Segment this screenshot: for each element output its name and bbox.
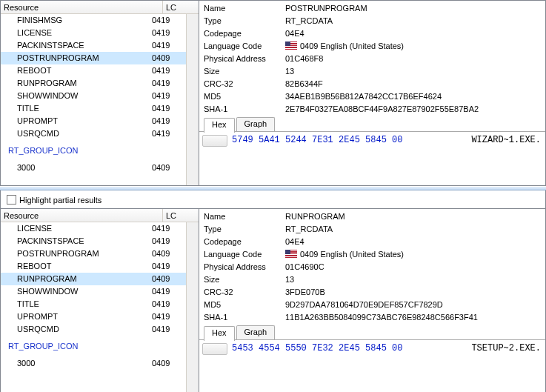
hex-ascii: WIZARD~1.EXE. (471, 135, 545, 147)
tree-row[interactable]: UPROMPT0419 (1, 115, 186, 127)
prop-key: Type (204, 15, 285, 27)
prop-value: RT_RCDATA (285, 223, 545, 236)
resource-tree: Resource LC LICENSE0419 PACKINSTSPACE041… (1, 209, 199, 392)
hex-offset-icon (202, 343, 227, 355)
hex-ascii: TSETUP~2.EXE. (471, 343, 545, 355)
prop-key: Codepage (204, 27, 285, 40)
prop-key: Physical Address (204, 53, 285, 65)
prop-key: MD5 (204, 299, 285, 311)
tree-row[interactable]: SHOWWINDOW0419 (1, 285, 186, 298)
prop-value: 0409 English (United States) (285, 248, 545, 261)
prop-key: SHA-1 (204, 103, 285, 116)
prop-value: 82B6344F (285, 78, 545, 90)
prop-value: 01C4690C (285, 261, 545, 273)
prop-key: Name (204, 210, 285, 223)
prop-key: CRC-32 (204, 286, 285, 299)
prop-key: Language Code (204, 248, 285, 261)
tree-row[interactable]: REBOOT0419 (1, 260, 186, 273)
highlight-checkbox[interactable] (7, 195, 16, 205)
tree-row[interactable]: SHOWWINDOW0419 (1, 90, 186, 102)
tree-header: Resource LC (1, 209, 199, 222)
prop-value: RUNPROGRAM (285, 210, 545, 223)
tab-hex[interactable]: Hex (204, 326, 235, 341)
prop-value: POSTRUNPROGRAM (285, 2, 545, 15)
tree-row[interactable]: TITLE0419 (1, 298, 186, 310)
prop-key: SHA-1 (204, 311, 285, 324)
hex-view[interactable]: 5749 5A41 5244 7E31 2E45 5845 00 WIZARD~… (199, 132, 545, 150)
column-resource[interactable]: Resource (1, 1, 163, 13)
prop-value: 13 (285, 65, 545, 78)
property-table: NamePOSTRUNPROGRAM TypeRT_RCDATA Codepag… (199, 1, 545, 116)
tree-row[interactable]: USRQCMD0419 (1, 323, 186, 336)
tree-row[interactable]: TITLE0419 (1, 102, 186, 115)
column-lc[interactable]: LC (163, 209, 199, 222)
prop-key: Size (204, 273, 285, 286)
details-panel: NamePOSTRUNPROGRAM TypeRT_RCDATA Codepag… (199, 1, 545, 185)
prop-value: 34AEB1B9B56B812A7842CC17B6EF4624 (285, 90, 545, 103)
tree-body[interactable]: FINISHMSG0419 LICENSE0419 PACKINSTSPACE0… (1, 14, 186, 185)
column-resource[interactable]: Resource (1, 209, 163, 222)
tree-row[interactable]: POSTRUNPROGRAM0409 (1, 52, 186, 64)
prop-value: 04E4 (285, 27, 545, 40)
hex-view[interactable]: 5453 4554 5550 7E32 2E45 5845 00 TSETUP~… (199, 340, 545, 358)
tree-scrollbar[interactable] (186, 222, 199, 392)
tree-body[interactable]: LICENSE0419 PACKINSTSPACE0419 POSTRUNPRO… (1, 222, 186, 392)
tree-row[interactable]: PACKINSTSPACE0419 (1, 235, 186, 248)
prop-value: 3FDE070B (285, 286, 545, 299)
tree-row[interactable]: UPROMPT0419 (1, 310, 186, 323)
prop-value: 11B1A263BB5084099C73ABC76E98248C566F3F41 (285, 311, 545, 324)
column-lc[interactable]: LC (163, 1, 199, 13)
tree-row[interactable]: USRQCMD0419 (1, 127, 186, 140)
tab-hex[interactable]: Hex (204, 118, 235, 133)
highlight-label[interactable]: Highlight partial results (19, 196, 101, 205)
prop-key: Size (204, 65, 285, 78)
tree-row[interactable]: 30000409 (1, 357, 186, 370)
highlight-option: Highlight partial results (1, 190, 545, 208)
property-table: NameRUNPROGRAM TypeRT_RCDATA Codepage04E… (199, 209, 545, 324)
resource-pane-bottom: Resource LC LICENSE0419 PACKINSTSPACE041… (0, 208, 546, 392)
prop-key: Physical Address (204, 261, 285, 273)
flag-us-icon (285, 250, 297, 258)
tab-graph[interactable]: Graph (236, 325, 276, 339)
tree-group[interactable]: RT_GROUP_ICON (1, 144, 186, 157)
tree-row[interactable]: REBOOT0419 (1, 64, 186, 77)
tree-row[interactable]: POSTRUNPROGRAM0409 (1, 248, 186, 260)
tree-row[interactable]: FINISHMSG0419 (1, 14, 186, 27)
prop-value: 13 (285, 273, 545, 286)
prop-value: 9D297DAA781064D70E9DEF857CF7829D (285, 299, 545, 311)
resource-pane-top: Resource LC FINISHMSG0419 LICENSE0419 PA… (0, 0, 546, 186)
tabs: Hex Graph (199, 116, 545, 132)
tree-row[interactable]: LICENSE0419 (1, 27, 186, 39)
prop-key: Codepage (204, 236, 285, 248)
prop-value: 04E4 (285, 236, 545, 248)
prop-key: MD5 (204, 90, 285, 103)
prop-key: Language Code (204, 40, 285, 53)
tree-row[interactable]: RUNPROGRAM0409 (1, 273, 186, 285)
hex-bytes: 5453 4554 5550 7E32 2E45 5845 00 (232, 343, 402, 355)
hex-offset-icon (202, 135, 227, 147)
prop-value: 2E7B4F0327EA08BCF44F9A827E87902F55E87BA2 (285, 103, 545, 116)
prop-key: Type (204, 223, 285, 236)
tabs: Hex Graph (199, 324, 545, 340)
tree-row[interactable]: LICENSE0419 (1, 222, 186, 235)
tab-graph[interactable]: Graph (236, 117, 276, 131)
prop-value: 0409 English (United States) (285, 40, 545, 53)
tree-row[interactable]: 30000409 (1, 162, 186, 174)
tree-row[interactable]: RUNPROGRAM0419 (1, 77, 186, 90)
prop-key: CRC-32 (204, 78, 285, 90)
tree-header: Resource LC (1, 1, 199, 14)
tree-group[interactable]: RT_GROUP_ICON (1, 340, 186, 353)
prop-value: RT_RCDATA (285, 15, 545, 27)
flag-us-icon (285, 41, 297, 50)
hex-bytes: 5749 5A41 5244 7E31 2E45 5845 00 (232, 135, 402, 147)
tree-row[interactable]: PACKINSTSPACE0419 (1, 39, 186, 52)
prop-value: 01C468F8 (285, 53, 545, 65)
details-panel: NameRUNPROGRAM TypeRT_RCDATA Codepage04E… (199, 209, 545, 392)
prop-key: Name (204, 2, 285, 15)
resource-tree: Resource LC FINISHMSG0419 LICENSE0419 PA… (1, 1, 199, 185)
tree-scrollbar[interactable] (186, 14, 199, 185)
